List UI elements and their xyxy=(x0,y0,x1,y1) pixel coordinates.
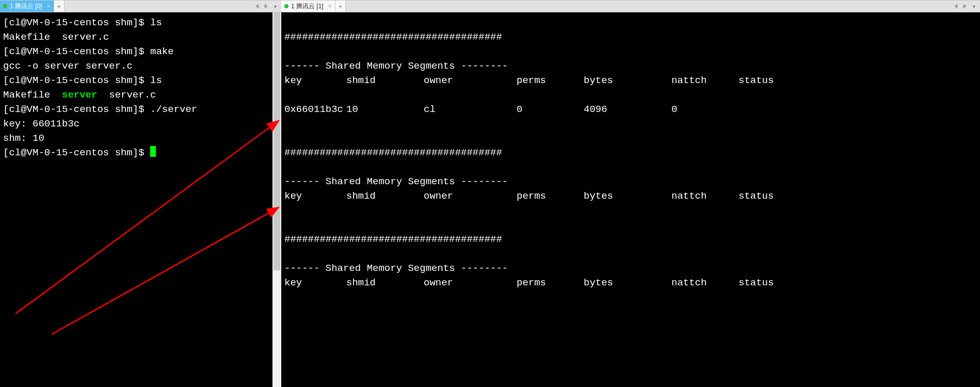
tabbar-right-controls: ▾ xyxy=(254,1,281,12)
output-ls-exec: server xyxy=(62,89,97,101)
pane-left: 1 腾讯云 [0] × + ▾ [cl@VM-0-15-centos shm]$… xyxy=(0,0,281,387)
pane-right: 1 腾讯云 [1] × + ▾ ########################… xyxy=(281,0,980,387)
hdr-status: status xyxy=(738,276,774,290)
hdr-shmid: shmid xyxy=(346,73,424,88)
hdr-status: status xyxy=(738,73,774,88)
hdr-owner: owner xyxy=(424,189,517,203)
section-header: ------ Shared Memory Segments -------- xyxy=(284,263,508,274)
hdr-bytes: bytes xyxy=(584,276,671,290)
section-header: ------ Shared Memory Segments -------- xyxy=(284,176,508,187)
output-ls-1: Makefile server.c xyxy=(3,31,109,43)
new-tab-button[interactable]: + xyxy=(54,1,65,12)
tab-label: 1 腾讯云 [1] xyxy=(291,2,324,11)
prompt: [cl@VM-0-15-centos shm]$ xyxy=(3,46,150,57)
hdr-owner: owner xyxy=(424,73,517,88)
prompt: [cl@VM-0-15-centos shm]$ xyxy=(3,147,150,158)
terminal-right[interactable]: ##################################### --… xyxy=(281,12,980,387)
hdr-nattch: nattch xyxy=(671,73,738,88)
prompt: [cl@VM-0-15-centos shm]$ xyxy=(3,17,150,28)
output-ls-pre: Makefile xyxy=(3,89,62,101)
output-ls-post: server.c xyxy=(97,89,156,101)
hdr-shmid: shmid xyxy=(346,189,424,203)
scrollbar-left[interactable] xyxy=(272,12,281,387)
cell-nattch: 0 xyxy=(671,102,738,117)
tab-left-active[interactable]: 1 腾讯云 [0] × xyxy=(0,1,54,12)
tabbar-right: 1 腾讯云 [1] × + ▾ xyxy=(281,0,980,12)
section-header: ------ Shared Memory Segments -------- xyxy=(284,60,508,72)
cell-owner: cl xyxy=(424,102,517,117)
hdr-nattch: nattch xyxy=(671,276,738,290)
cursor-icon xyxy=(150,146,156,157)
hdr-bytes: bytes xyxy=(584,73,671,88)
output-shm: shm: 10 xyxy=(3,133,44,144)
cell-key: 0x66011b3c xyxy=(284,102,346,117)
tab-right-active[interactable]: 1 腾讯云 [1] × xyxy=(281,1,335,12)
chevron-down-icon[interactable]: ▾ xyxy=(271,1,279,12)
hdr-status: status xyxy=(738,189,774,203)
cmd-make: make xyxy=(150,46,174,57)
tabbar-right-controls: ▾ xyxy=(953,1,980,12)
hdr-key: key xyxy=(284,189,346,203)
close-icon[interactable]: × xyxy=(47,3,51,10)
close-icon[interactable]: × xyxy=(328,3,332,10)
prev-tab-icon[interactable] xyxy=(953,3,959,9)
hdr-key: key xyxy=(284,73,346,88)
cell-perms: 0 xyxy=(517,102,584,117)
cmd-ls-2: ls xyxy=(150,75,162,86)
divider: ##################################### xyxy=(284,31,502,43)
cmd-server: ./server xyxy=(150,104,197,115)
tab-label: 1 腾讯云 [0] xyxy=(10,2,42,11)
next-tab-icon[interactable] xyxy=(961,3,968,9)
hdr-owner: owner xyxy=(424,276,517,290)
hdr-perms: perms xyxy=(517,189,584,203)
terminal-left[interactable]: [cl@VM-0-15-centos shm]$ ls Makefile ser… xyxy=(0,12,281,387)
divider: ##################################### xyxy=(284,147,502,158)
scroll-thumb[interactable] xyxy=(274,12,280,270)
hdr-key: key xyxy=(284,276,346,290)
output-make: gcc -o server server.c xyxy=(3,60,133,72)
hdr-perms: perms xyxy=(517,73,584,88)
tabbar-left: 1 腾讯云 [0] × + ▾ xyxy=(0,0,281,12)
chevron-down-icon[interactable]: ▾ xyxy=(970,1,978,12)
next-tab-icon[interactable] xyxy=(263,3,269,9)
cell-shmid: 10 xyxy=(346,102,424,117)
cmd-ls-1: ls xyxy=(150,17,162,28)
prev-tab-icon[interactable] xyxy=(254,3,261,9)
divider: ##################################### xyxy=(284,234,502,245)
hdr-shmid: shmid xyxy=(346,276,424,290)
prompt: [cl@VM-0-15-centos shm]$ xyxy=(3,75,150,86)
hdr-perms: perms xyxy=(517,276,584,290)
status-dot-icon xyxy=(284,4,288,8)
new-tab-button[interactable]: + xyxy=(335,1,346,12)
status-dot-icon xyxy=(3,4,7,8)
hdr-nattch: nattch xyxy=(671,189,738,203)
hdr-bytes: bytes xyxy=(584,189,671,203)
prompt: [cl@VM-0-15-centos shm]$ xyxy=(3,104,150,115)
cell-bytes: 4096 xyxy=(584,102,671,117)
output-key: key: 66011b3c xyxy=(3,118,79,130)
